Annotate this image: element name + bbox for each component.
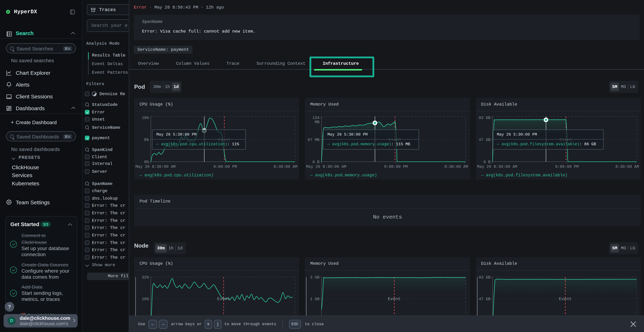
svg-text:32%: 32% — [142, 275, 149, 280]
svg-text:Event: Event — [217, 296, 230, 301]
svg-text:1 GB: 1 GB — [310, 297, 320, 301]
svg-text:16%: 16% — [142, 297, 149, 301]
svg-text:Event: Event — [388, 296, 401, 301]
svg-text:3 GB: 3 GB — [310, 275, 320, 280]
svg-text:93 GB: 93 GB — [478, 275, 490, 280]
svg-text:47 GB: 47 GB — [478, 297, 490, 301]
svg-text:Event: Event — [559, 296, 572, 301]
